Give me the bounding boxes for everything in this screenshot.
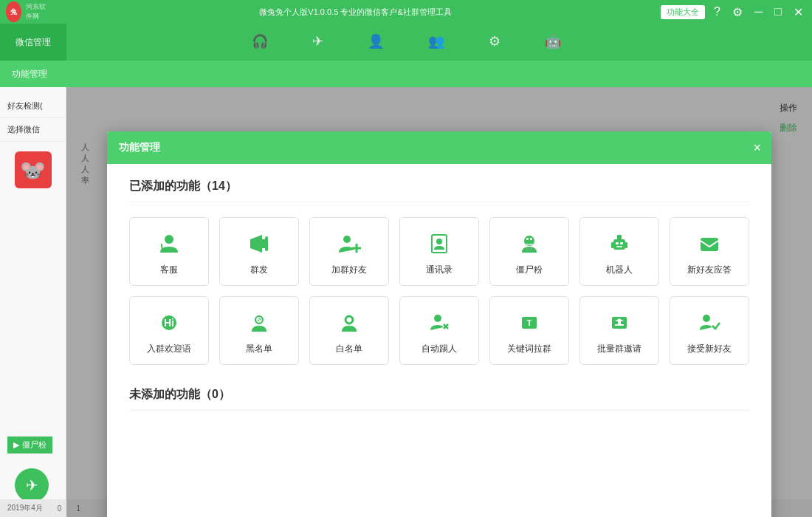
stats-item-1: 0 — [58, 504, 62, 513]
added-section-title: 已添加的功能（14） — [129, 179, 749, 202]
nav-item-add-friend[interactable]: 👤 — [368, 33, 384, 51]
feature-label-zombie-fan: 僵尸粉 — [516, 264, 543, 276]
zombie-fan-button[interactable]: ▶ 僵尸粉 — [7, 436, 52, 453]
feature-label-add-group-friend: 加群好友 — [331, 264, 367, 276]
settings-button[interactable]: ⚙ — [729, 5, 746, 19]
feature-label-auto-kick: 自动踢人 — [422, 343, 457, 355]
nav-item-wechat: 微信管理 — [0, 24, 66, 61]
logo-icon: 兔 — [6, 1, 21, 22]
feature-item-new-friend-reply[interactable]: 新好友应答 — [670, 217, 749, 286]
svg-rect-18 — [611, 242, 613, 248]
sidebar-zombie-btn-area: ▶ 僵尸粉 — [7, 436, 52, 458]
blacklist-icon — [245, 309, 273, 337]
stats-date: 2019年4月 — [7, 503, 43, 513]
headset-icon: 🎧 — [252, 33, 268, 49]
sub-header: 功能管理 — [0, 61, 812, 87]
feature-label-broadcast: 群发 — [250, 264, 268, 276]
contacts-icon: 👥 — [428, 33, 444, 49]
app-logo: 兔 河东软件网 — [6, 1, 50, 22]
batch-invite-icon — [605, 309, 633, 337]
svg-point-35 — [703, 315, 710, 322]
feature-item-batch-invite[interactable]: 批量群邀请 — [579, 296, 659, 365]
accept-friend-icon — [695, 309, 723, 337]
svg-point-3 — [343, 236, 351, 243]
nav-item-contacts[interactable]: 👥 — [428, 33, 444, 51]
nav-item-robot[interactable]: 🤖 — [545, 33, 561, 51]
not-added-section-title: 未添加的功能（0） — [129, 387, 749, 411]
title-bar-controls: 功能大全 ? ⚙ ─ □ ✕ — [661, 5, 806, 19]
feature-item-zombie-fan[interactable]: 僵尸粉 — [489, 217, 569, 286]
feature-item-add-group-friend[interactable]: 加群好友 — [309, 217, 389, 286]
whitelist-icon — [335, 309, 363, 337]
svg-point-28 — [347, 318, 351, 322]
send-icon: ✈ — [312, 33, 323, 49]
nav-item-manage[interactable]: ⚙ — [489, 33, 500, 51]
modal-header: 功能管理 × — [107, 131, 771, 164]
feature-label-keyword-group: 关键词拉群 — [507, 343, 551, 355]
added-features-grid: 客服 群发 — [129, 217, 749, 365]
svg-rect-16 — [616, 242, 619, 244]
add-friend-icon: 👤 — [368, 33, 384, 49]
modal-title: 功能管理 — [119, 141, 160, 154]
fab-send-button[interactable]: ✈ — [15, 468, 49, 502]
not-added-features-area — [129, 425, 749, 485]
feature-item-contacts[interactable]: 通讯录 — [399, 217, 479, 286]
feature-item-broadcast[interactable]: 群发 — [219, 217, 299, 286]
feature-item-blacklist[interactable]: 黑名单 — [219, 296, 299, 365]
func-all-button[interactable]: 功能大全 — [661, 5, 705, 19]
svg-rect-13 — [613, 239, 625, 250]
modal-close-button[interactable]: × — [753, 140, 761, 156]
keyword-group-icon: T — [515, 309, 543, 337]
feature-item-customer-service[interactable]: 客服 — [129, 217, 209, 286]
svg-text:Hi: Hi — [164, 317, 174, 329]
zombie-fan-icon — [515, 230, 543, 258]
send-fab-icon: ✈ — [26, 476, 38, 494]
sidebar-select-wechat[interactable]: 选择微信 — [0, 118, 66, 142]
new-friend-reply-icon — [695, 230, 723, 258]
nav-item-broadcast[interactable]: ✈ — [312, 33, 323, 51]
title-bar: 兔 河东软件网 微兔兔个人版V1.0.0.5 专业的微信客户&社群管理工具 功能… — [0, 0, 812, 24]
feature-label-new-friend-reply: 新好友应答 — [687, 264, 732, 276]
maximize-button[interactable]: □ — [771, 5, 785, 18]
wechat-label: 微信管理 — [16, 36, 51, 49]
sub-header-title[interactable]: 功能管理 — [12, 68, 47, 81]
sidebar-friend-check[interactable]: 好友检测( — [0, 95, 66, 118]
feature-item-accept-friend[interactable]: 接受新好友 — [670, 296, 749, 365]
contacts-feature-icon — [425, 230, 453, 258]
account-avatar: 🐭 — [15, 151, 52, 188]
site-label: 河东软件网 — [26, 2, 50, 21]
app-title: 微兔兔个人版V1.0.0.5 专业的微信客户&社群管理工具 — [50, 7, 661, 18]
feature-label-batch-invite: 批量群邀请 — [597, 343, 641, 355]
feature-label-contacts: 通讯录 — [426, 264, 453, 276]
feature-item-auto-kick[interactable]: 自动踢人 — [399, 296, 479, 365]
feature-label-welcome: 入群欢迎语 — [147, 343, 191, 355]
minimize-button[interactable]: ─ — [751, 5, 765, 18]
help-button[interactable]: ? — [711, 5, 723, 18]
svg-rect-9 — [526, 238, 529, 240]
nav-item-customer-service[interactable]: 🎧 — [252, 33, 268, 51]
sidebar-account-area: 🐭 — [7, 148, 59, 192]
svg-rect-17 — [620, 242, 623, 244]
feature-label-robot: 机器人 — [606, 264, 633, 276]
function-manager-modal: 功能管理 × 已添加的功能（14） — [107, 131, 771, 517]
modal-overlay: 功能管理 × 已添加的功能（14） — [66, 87, 812, 517]
svg-text:T: T — [527, 318, 532, 327]
svg-point-7 — [436, 239, 442, 244]
svg-point-0 — [165, 235, 173, 244]
feature-label-customer-service: 客服 — [160, 264, 178, 276]
customer-service-icon — [155, 230, 183, 258]
close-app-button[interactable]: ✕ — [791, 5, 806, 19]
feature-label-whitelist: 白名单 — [336, 343, 362, 355]
feature-item-robot[interactable]: 机器人 — [579, 217, 659, 286]
app-window: 兔 河东软件网 微兔兔个人版V1.0.0.5 专业的微信客户&社群管理工具 功能… — [0, 0, 812, 517]
feature-item-keyword-group[interactable]: T 关键词拉群 — [489, 296, 569, 365]
feature-item-welcome[interactable]: Hi 入群欢迎语 — [129, 296, 209, 365]
feature-item-whitelist[interactable]: 白名单 — [309, 296, 389, 365]
sidebar: 好友检测( 选择微信 🐭 ▶ 僵尸粉 ✈ — [0, 87, 66, 517]
svg-rect-10 — [530, 238, 532, 240]
robot-feature-icon — [605, 230, 633, 258]
feature-label-accept-friend: 接受新好友 — [687, 343, 732, 355]
auto-kick-icon — [425, 309, 453, 337]
modal-body: 已添加的功能（14） 客服 — [107, 164, 771, 517]
svg-rect-21 — [701, 238, 718, 251]
